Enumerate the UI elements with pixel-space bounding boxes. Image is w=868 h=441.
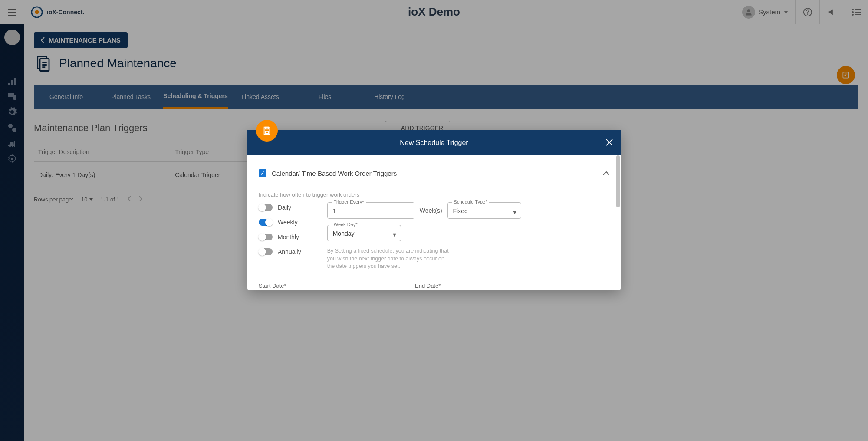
switch-icon [259, 248, 273, 255]
frequency-hint: Indicate how often to trigger work order… [259, 191, 609, 198]
save-button[interactable] [256, 120, 278, 142]
save-icon [262, 126, 272, 135]
trigger-every-unit: Week(s) [420, 207, 442, 214]
switch-icon [259, 219, 273, 226]
schedule-type-select[interactable]: Schedule Type* Fixed ▾ [447, 202, 521, 219]
toggle-annually[interactable]: Annually [259, 248, 301, 255]
switch-icon [259, 234, 273, 240]
end-date-label: End Date* [415, 283, 502, 289]
trigger-every-input[interactable] [333, 207, 409, 214]
modal-title: New Schedule Trigger [400, 139, 468, 147]
toggle-daily[interactable]: Daily [259, 204, 301, 211]
schedule-type-help: By Setting a fixed schedule, you are ind… [327, 247, 453, 270]
close-icon [606, 139, 613, 146]
start-date-label: Start Date* [259, 283, 345, 289]
switch-icon [259, 204, 273, 211]
toggle-monthly[interactable]: Monthly [259, 234, 301, 240]
checkbox-calendar-triggers[interactable]: ✓ [259, 169, 266, 177]
chevron-down-icon: ▾ [393, 230, 396, 239]
svg-rect-20 [265, 131, 268, 134]
accordion-title: Calendar/ Time Based Work Order Triggers [272, 170, 397, 177]
new-schedule-trigger-modal: New Schedule Trigger ✓ Calendar/ Time Ba… [247, 130, 621, 290]
svg-rect-19 [265, 127, 268, 129]
close-button[interactable] [606, 138, 613, 148]
accordion-header[interactable]: ✓ Calendar/ Time Based Work Order Trigge… [259, 165, 609, 185]
chevron-up-icon [603, 169, 609, 177]
toggle-weekly[interactable]: Weekly [259, 219, 301, 226]
week-day-select[interactable]: Week Day* Monday ▾ [327, 225, 401, 241]
modal-scrollbar[interactable] [616, 155, 620, 207]
chevron-down-icon: ▾ [513, 208, 516, 216]
trigger-every-field[interactable]: Trigger Every* [327, 202, 414, 219]
